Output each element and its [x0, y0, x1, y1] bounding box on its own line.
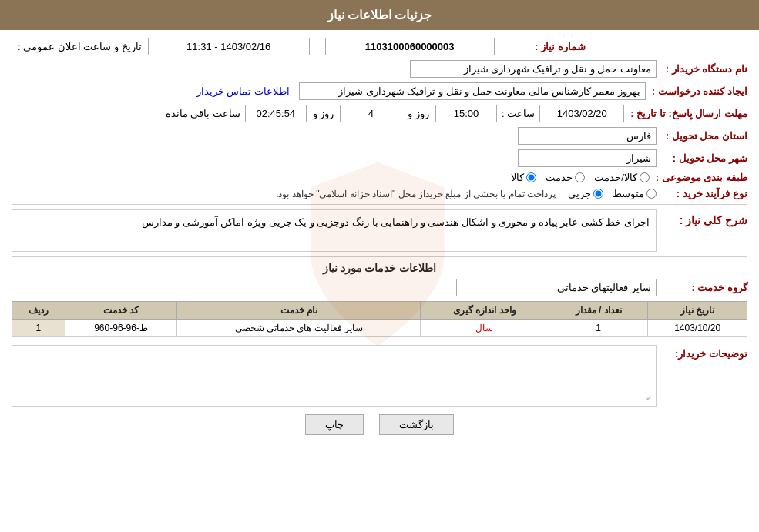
col-unit: واحد اندازه گیری: [421, 302, 549, 320]
buyer-org-label: نام دستگاه خریدار :: [663, 63, 747, 75]
category-label: طبقه بندی موضوعی :: [656, 172, 747, 183]
city-value: شیراز: [518, 149, 657, 167]
need-number-value: 1103100060000003: [325, 38, 495, 55]
button-row: بازگشت چاپ: [12, 414, 747, 435]
contact-link[interactable]: اطلاعات تماس خریدار: [196, 85, 290, 97]
purchase-motavasset[interactable]: متوسط: [613, 188, 657, 199]
back-button[interactable]: بازگشت: [379, 414, 454, 435]
category-radio-group: کالا/خدمت خدمت کالا: [511, 172, 650, 183]
cell-unit: سال: [421, 320, 549, 337]
remaining-days-suffix: روز و: [313, 108, 334, 119]
purchase-label: نوع فرآیند خرید :: [663, 188, 747, 199]
print-button[interactable]: چاپ: [305, 414, 364, 435]
col-date: تاریخ نیاز: [648, 302, 747, 320]
announce-label: تاریخ و ساعت اعلان عمومی :: [18, 41, 142, 52]
services-table: تاریخ نیاز تعداد / مقدار واحد اندازه گیر…: [12, 301, 747, 337]
page-title: جزئیات اطلاعات نیاز: [327, 8, 432, 22]
cell-row: 1: [12, 320, 65, 337]
table-row: 1403/10/20 1 سال سایر فعالیت های خدماتی …: [12, 320, 747, 337]
cell-code: ط-96-96-960: [65, 320, 177, 337]
col-code: کد خدمت: [65, 302, 177, 320]
col-name: نام خدمت: [177, 302, 421, 320]
cell-count: 1: [549, 320, 648, 337]
days-label: روز و: [408, 108, 429, 119]
buyer-notes-label: توضیحات خریدار:: [663, 345, 747, 360]
requester-value: بهروز معمر کارشناس مالی معاونت حمل و نقل…: [299, 82, 646, 100]
category-kala[interactable]: کالا: [511, 172, 536, 183]
remaining-label: ساعت باقی مانده: [166, 108, 240, 119]
city-label: شهر محل تحویل :: [663, 152, 747, 164]
category-khadamat[interactable]: خدمت: [546, 172, 585, 183]
col-row: ردیف: [12, 302, 65, 320]
category-kala-khadamat[interactable]: کالا/خدمت: [594, 172, 650, 183]
time-value: 15:00: [435, 105, 497, 122]
countdown-value: 02:45:54: [245, 105, 307, 122]
time-label: ساعت :: [502, 108, 535, 119]
requester-label: ایجاد کننده درخواست :: [652, 85, 747, 97]
purchase-note: پرداخت تمام یا بخشی از مبلغ خریداز محل "…: [276, 189, 556, 199]
announce-value: 1403/02/16 - 11:31: [148, 38, 310, 55]
services-table-section: تاریخ نیاز تعداد / مقدار واحد اندازه گیر…: [12, 301, 747, 337]
date-value: 1403/02/20: [539, 105, 624, 122]
purchase-radio-group: متوسط جزیی: [568, 188, 657, 199]
col-count: تعداد / مقدار: [549, 302, 648, 320]
page-header: جزئیات اطلاعات نیاز: [0, 0, 759, 30]
service-group-label: گروه خدمت :: [663, 282, 747, 293]
cell-date: 1403/10/20: [648, 320, 747, 337]
description-label: شرح کلی نیاز :: [663, 214, 747, 226]
buyer-notes-value: ↙: [12, 345, 657, 407]
days-value: 4: [340, 105, 401, 122]
service-info-title: اطلاعات خدمات مورد نیاز: [12, 262, 747, 274]
service-group-value: سایر فعالیتهای خدماتی: [456, 279, 657, 296]
need-number-label: شماره نیاز :: [501, 41, 586, 52]
province-value: فارس: [518, 127, 657, 145]
cell-name: سایر فعالیت های خدماتی شخصی: [177, 320, 421, 337]
purchase-jazei[interactable]: جزیی: [568, 188, 603, 199]
description-value: اجرای خط کشی عابر پیاده و محوری و اشکال …: [12, 209, 657, 252]
province-label: استان محل تحویل :: [663, 130, 747, 142]
buyer-org-value: معاونت حمل و نقل و ترافیک شهرداری شیراز: [410, 60, 657, 78]
deadline-label: مهلت ارسال پاسخ: تا تاریخ :: [630, 108, 747, 119]
